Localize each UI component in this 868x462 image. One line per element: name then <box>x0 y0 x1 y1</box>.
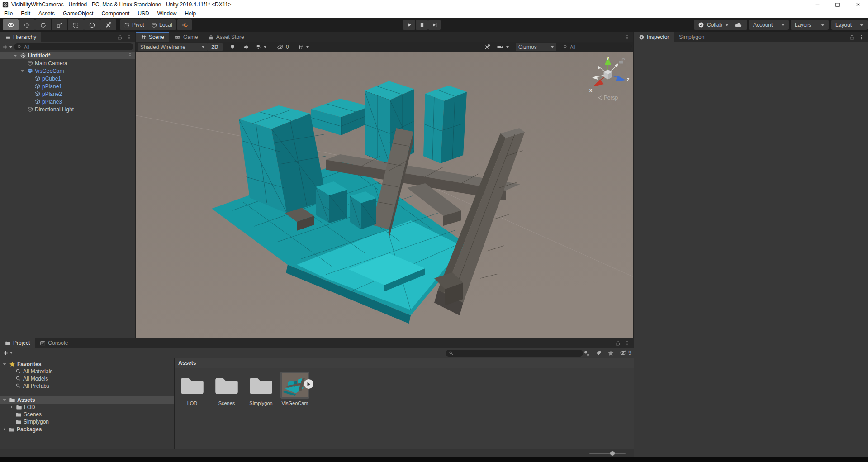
lock-icon[interactable] <box>615 340 621 346</box>
menu-gameobject[interactable]: GameObject <box>59 9 97 18</box>
hierarchy-item-main-camera[interactable]: Main Camera <box>0 59 136 67</box>
foldout-open-icon[interactable] <box>13 53 18 58</box>
project-tab[interactable]: Project <box>0 338 35 348</box>
view-tool-button[interactable] <box>3 19 19 30</box>
scale-tool-button[interactable] <box>52 19 67 30</box>
orientation-gizmo[interactable]: y z x Persp <box>583 53 633 104</box>
favorites-star-icon[interactable] <box>607 350 614 357</box>
layers-dropdown[interactable]: Layers <box>791 20 829 30</box>
kebab-menu-icon[interactable] <box>624 340 630 346</box>
hierarchy-item-directional-light[interactable]: Directional Light <box>0 105 136 113</box>
scene-visibility-toggle[interactable]: 0 <box>274 43 296 51</box>
hierarchy-item-pplane1[interactable]: pPlane1 <box>0 82 136 90</box>
scene-viewport[interactable]: y z x Persp <box>136 52 634 338</box>
play-button[interactable] <box>403 20 415 30</box>
menu-help[interactable]: Help <box>180 9 200 18</box>
tile-scenes[interactable]: Scenes <box>210 372 243 406</box>
foldout-open-icon[interactable] <box>20 68 25 74</box>
kebab-menu-icon[interactable] <box>624 34 630 40</box>
menu-component[interactable]: Component <box>97 9 133 18</box>
project-visibility-toggle[interactable]: 9 <box>620 349 631 357</box>
thumbnail-zoom-slider[interactable] <box>589 453 626 454</box>
maximize-button[interactable] <box>827 0 848 9</box>
hierarchy-search-input[interactable] <box>24 44 130 50</box>
project-search-input[interactable] <box>455 350 580 356</box>
foldout-open-icon[interactable] <box>2 397 7 403</box>
close-button[interactable] <box>848 0 868 9</box>
custom-tool-button[interactable] <box>100 19 116 30</box>
menu-edit[interactable]: Edit <box>17 9 34 18</box>
kebab-menu-icon[interactable] <box>126 34 132 40</box>
hierarchy-search[interactable] <box>14 43 133 50</box>
console-tab[interactable]: Console <box>35 338 73 348</box>
lock-icon[interactable] <box>849 34 855 40</box>
scene-kebab-icon[interactable] <box>127 52 133 58</box>
scene-search[interactable] <box>560 43 632 50</box>
scene-search-input[interactable] <box>570 44 629 50</box>
favorite-all-prefabs[interactable]: All Prefabs <box>0 382 174 390</box>
hierarchy-item-pcube1[interactable]: pCube1 <box>0 75 136 82</box>
scene-camera-dropdown[interactable] <box>494 43 516 51</box>
slider-knob[interactable] <box>610 451 615 456</box>
foldout-open-icon[interactable] <box>2 362 7 367</box>
scene-fx-dropdown[interactable] <box>252 43 273 51</box>
collab-dropdown[interactable]: Collab <box>694 20 733 30</box>
hierarchy-item-pplane2[interactable]: pPlane2 <box>0 90 136 98</box>
scene-audio-toggle[interactable] <box>239 43 253 51</box>
gizmos-dropdown[interactable]: Gizmos <box>516 43 556 51</box>
create-asset-button[interactable] <box>3 350 13 356</box>
scene-tab[interactable]: Scene <box>136 32 169 42</box>
axis-x-label[interactable]: x <box>589 87 593 93</box>
kebab-menu-icon[interactable] <box>859 34 864 40</box>
local-toggle[interactable]: Local <box>147 19 176 30</box>
asset-store-tab[interactable]: Asset Store <box>203 32 249 42</box>
hierarchy-tab[interactable]: Hierarchy <box>0 32 41 42</box>
gizmo-lock-icon[interactable] <box>619 58 625 63</box>
scene-tools-button[interactable] <box>479 43 495 51</box>
shading-mode-dropdown[interactable]: Shaded Wireframe <box>138 43 207 51</box>
lock-icon[interactable] <box>117 34 123 40</box>
scene-viewport-canvas[interactable] <box>136 52 634 338</box>
layout-dropdown[interactable]: Layout <box>831 20 868 30</box>
move-tool-button[interactable] <box>19 19 35 30</box>
folder-lod[interactable]: LOD <box>0 403 174 411</box>
hierarchy-scene-row[interactable]: Untitled* <box>0 52 136 59</box>
search-by-type-icon[interactable] <box>583 350 590 357</box>
account-dropdown[interactable]: Account <box>749 20 789 30</box>
minimize-button[interactable] <box>807 0 827 9</box>
inspector-tab[interactable]: Inspector <box>634 32 674 42</box>
game-tab[interactable]: Game <box>169 32 203 42</box>
favorites-row[interactable]: Favorites <box>0 360 174 368</box>
step-button[interactable] <box>428 20 441 30</box>
2d-toggle[interactable]: 2D <box>207 43 223 51</box>
menu-assets[interactable]: Assets <box>34 9 59 18</box>
project-search[interactable] <box>446 350 583 357</box>
scene-lighting-toggle[interactable] <box>225 43 240 51</box>
axis-y-label[interactable]: y <box>607 55 610 60</box>
folder-scenes[interactable]: Scenes <box>0 410 174 418</box>
assets-root-row[interactable]: Assets <box>0 396 174 404</box>
tile-lod[interactable]: LOD <box>176 372 209 406</box>
menu-usd[interactable]: USD <box>133 9 153 18</box>
grid-snap-toggle[interactable] <box>177 19 192 30</box>
menu-file[interactable]: File <box>0 9 17 18</box>
search-by-label-icon[interactable] <box>596 350 602 356</box>
folder-simplygon[interactable]: Simplygon <box>0 418 174 425</box>
hierarchy-item-visgeocam[interactable]: VisGeoCam <box>0 67 136 75</box>
simplygon-tab[interactable]: Simplygon <box>674 32 709 42</box>
packages-root-row[interactable]: Packages <box>0 425 174 433</box>
scene-grid-dropdown[interactable] <box>295 43 318 51</box>
assets-breadcrumb[interactable]: Assets <box>175 358 634 368</box>
create-object-button[interactable] <box>2 44 12 50</box>
menu-window[interactable]: Window <box>153 9 181 18</box>
foldout-closed-icon[interactable] <box>2 427 7 432</box>
favorite-all-models[interactable]: All Models <box>0 375 174 382</box>
foldout-closed-icon[interactable] <box>9 405 14 410</box>
pivot-toggle[interactable]: Pivot <box>120 19 148 30</box>
tile-visgeocam[interactable]: VisGeoCam <box>279 372 311 406</box>
rotate-tool-button[interactable] <box>35 19 51 30</box>
hierarchy-item-pplane3[interactable]: pPlane3 <box>0 98 136 105</box>
pause-button[interactable] <box>416 20 428 30</box>
tile-simplygon[interactable]: Simplygon <box>245 372 277 406</box>
favorite-all-materials[interactable]: All Materials <box>0 367 174 375</box>
